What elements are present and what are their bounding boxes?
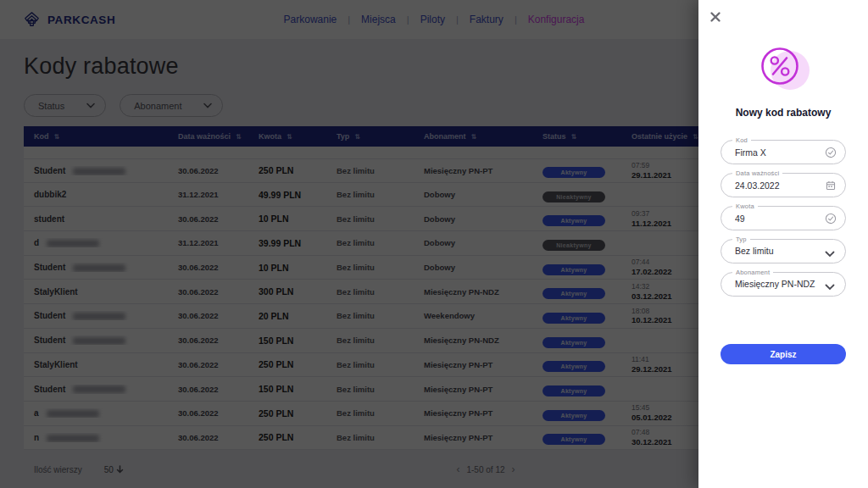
amount-input[interactable] bbox=[721, 207, 845, 230]
code-field[interactable]: Kod bbox=[721, 140, 846, 164]
amount-field[interactable]: Kwota bbox=[721, 206, 846, 230]
subscription-select[interactable]: Abonament Miesięczny PN-NDZ bbox=[721, 272, 846, 297]
type-select-value: Bez limitu bbox=[721, 240, 845, 263]
valid-until-field-label: Data ważności bbox=[732, 169, 782, 177]
amount-field-label: Kwota bbox=[732, 202, 758, 210]
valid-until-input[interactable] bbox=[721, 174, 845, 197]
code-input[interactable] bbox=[721, 141, 845, 164]
drawer-title: Nowy kod rabatowy bbox=[721, 107, 846, 119]
valid-until-field[interactable]: Data ważności bbox=[721, 173, 846, 197]
subscription-select-value: Miesięczny PN-NDZ bbox=[721, 273, 845, 296]
percent-icon bbox=[756, 39, 810, 93]
code-field-label: Kod bbox=[732, 136, 751, 144]
new-discount-code-drawer: Nowy kod rabatowy Kod Data ważności Kwot… bbox=[698, 0, 868, 488]
type-select-label: Typ bbox=[732, 236, 750, 243]
close-icon[interactable] bbox=[709, 11, 723, 25]
subscription-select-label: Abonament bbox=[732, 269, 773, 276]
save-button[interactable]: Zapisz bbox=[721, 344, 846, 364]
type-select[interactable]: Typ Bez limitu bbox=[721, 239, 846, 263]
